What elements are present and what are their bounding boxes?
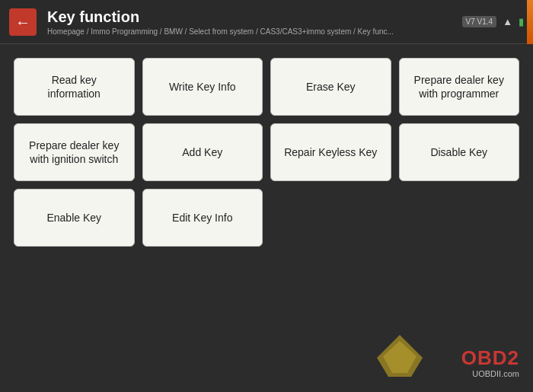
- edit-key-info-button[interactable]: Edit Key Info: [142, 189, 263, 247]
- watermark: OBD2 UOBDII.com: [461, 348, 519, 378]
- watermark-brand: OBD2: [461, 348, 519, 368]
- header-text-block: Key function Homepage / Immo Programming…: [47, 8, 462, 36]
- erase-key-button[interactable]: Erase Key: [270, 58, 391, 116]
- side-accent: [527, 0, 533, 44]
- enable-key-button[interactable]: Enable Key: [14, 189, 135, 247]
- repair-keyless-key-button[interactable]: Repair Keyless Key: [270, 123, 391, 181]
- watermark-brand-number: 2: [508, 346, 519, 369]
- prepare-dealer-key-ignition-button[interactable]: Prepare dealer keywith ignition switch: [14, 123, 135, 181]
- watermark-brand-prefix: OBD: [461, 346, 508, 369]
- write-key-info-button[interactable]: Write Key Info: [142, 58, 263, 116]
- back-button[interactable]: ←: [9, 8, 37, 36]
- header-right-area: V7 V1.4 ▲ ▮: [462, 16, 524, 27]
- add-key-button[interactable]: Add Key: [142, 123, 263, 181]
- header-bar: ← Key function Homepage / Immo Programmi…: [0, 0, 533, 44]
- watermark-url: UOBDII.com: [461, 369, 519, 378]
- prepare-dealer-key-programmer-button[interactable]: Prepare dealer keywith programmer: [399, 58, 520, 116]
- main-content: Read keyinformation Write Key Info Erase…: [0, 44, 533, 392]
- battery-icon: ▮: [519, 16, 524, 27]
- disable-key-button[interactable]: Disable Key: [399, 123, 520, 181]
- wifi-icon: ▲: [503, 16, 512, 27]
- logo-shape: [377, 335, 423, 377]
- page-title: Key function: [47, 8, 462, 26]
- back-arrow-icon: ←: [15, 14, 30, 30]
- version-badge: V7 V1.4: [462, 16, 497, 27]
- read-key-information-button[interactable]: Read keyinformation: [14, 58, 135, 116]
- function-buttons-grid: Read keyinformation Write Key Info Erase…: [14, 58, 519, 247]
- breadcrumb: Homepage / Immo Programming / BMW / Sele…: [47, 27, 413, 36]
